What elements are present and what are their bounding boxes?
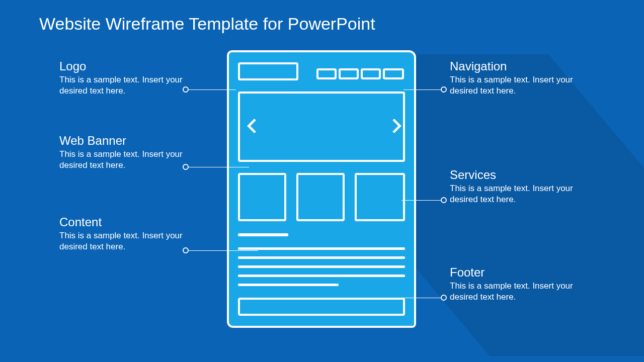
connector-dot: [441, 295, 447, 301]
callout-web-banner: Web Banner This is a sample text. Insert…: [59, 134, 185, 171]
callout-body: This is a sample text. Insert your desir…: [59, 149, 185, 171]
wireframe-page: [227, 50, 416, 328]
callout-heading: Logo: [59, 59, 185, 73]
chevron-left-icon: [247, 118, 256, 134]
connector-line: [189, 250, 258, 251]
callout-footer: Footer This is a sample text. Insert you…: [450, 265, 576, 303]
connector-line: [401, 200, 441, 201]
callout-body: This is a sample text. Insert your desir…: [450, 281, 576, 303]
wireframe-content-line: [238, 247, 405, 250]
wireframe-nav-tab: [339, 68, 359, 79]
wireframe-service-box: [355, 173, 405, 221]
callout-content: Content This is a sample text. Insert yo…: [59, 215, 185, 252]
wireframe-nav-tab: [361, 68, 381, 79]
callout-services: Services This is a sample text. Insert y…: [450, 168, 576, 205]
wireframe-content-line: [238, 256, 405, 259]
callout-heading: Footer: [450, 265, 576, 280]
connector-line: [189, 89, 236, 90]
slide-title: Website Wireframe Template for PowerPoin…: [39, 14, 375, 34]
wireframe-service-box: [238, 173, 286, 221]
callout-body: This is a sample text. Insert your desir…: [450, 74, 576, 97]
callout-heading: Navigation: [450, 59, 576, 73]
connector-line: [189, 167, 249, 167]
callout-heading: Web Banner: [59, 134, 185, 148]
wireframe-content-line: [238, 265, 405, 268]
callout-heading: Services: [450, 168, 576, 182]
wireframe-footer-box: [238, 298, 405, 316]
wireframe-content-heading: [238, 233, 288, 236]
connector-line: [404, 89, 441, 90]
wireframe-service-box: [296, 173, 345, 221]
callout-heading: Content: [59, 215, 185, 229]
connector-dot: [183, 86, 189, 93]
callout-body: This is a sample text. Insert your desir…: [59, 74, 185, 97]
callout-logo: Logo This is a sample text. Insert your …: [59, 59, 185, 97]
wireframe-content-line: [238, 284, 339, 286]
chevron-right-icon: [390, 118, 399, 134]
wireframe-nav-tab: [383, 68, 404, 79]
connector-dot: [441, 86, 447, 93]
callout-body: This is a sample text. Insert your desir…: [59, 230, 185, 252]
connector-dot: [183, 247, 189, 253]
wireframe-content-line: [238, 275, 405, 277]
callout-navigation: Navigation This is a sample text. Insert…: [450, 59, 576, 97]
connector-line: [400, 298, 441, 298]
wireframe-logo-box: [238, 62, 298, 80]
connector-dot: [441, 197, 447, 203]
callout-body: This is a sample text. Insert your desir…: [450, 183, 576, 205]
wireframe-nav-tab: [316, 68, 337, 79]
connector-dot: [183, 164, 189, 170]
wireframe-banner-box: [238, 92, 405, 162]
